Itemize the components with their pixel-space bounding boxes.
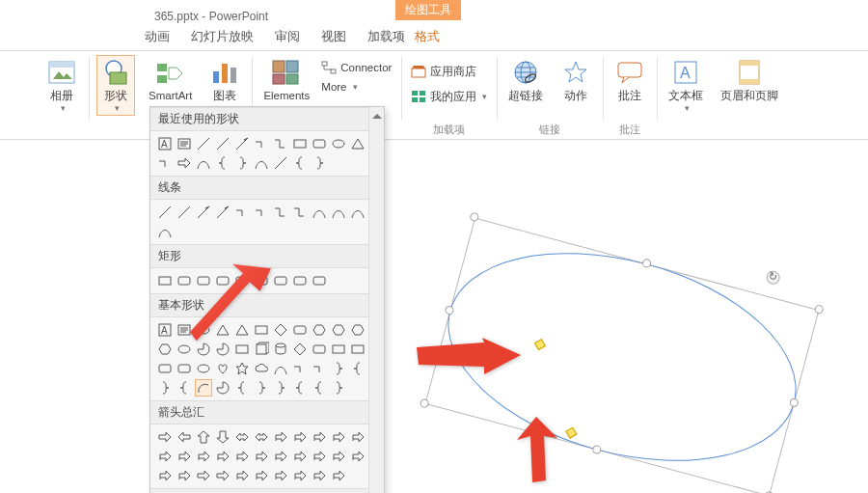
- shape-rbrace[interactable]: [272, 379, 289, 397]
- shape-larrow[interactable]: [176, 428, 193, 446]
- shape-rbrace[interactable]: [311, 154, 328, 172]
- shape-bend[interactable]: [156, 467, 174, 484]
- shape-lbrace[interactable]: [349, 360, 366, 377]
- shape-rrect[interactable]: [176, 360, 193, 377]
- shape-bend[interactable]: [330, 428, 347, 446]
- shape-lbrace[interactable]: [214, 154, 231, 172]
- tab-review[interactable]: 审阅: [275, 28, 300, 45]
- shape-darrow[interactable]: [214, 428, 231, 446]
- shape-rrect[interactable]: [311, 341, 328, 358]
- shape-bend[interactable]: [272, 428, 289, 446]
- hyperlink-button[interactable]: 超链接: [504, 55, 547, 104]
- shape-bend[interactable]: [233, 467, 251, 484]
- shape-txth[interactable]: [176, 135, 193, 152]
- shape-bend[interactable]: [291, 428, 309, 446]
- shape-elbow[interactable]: [291, 360, 309, 377]
- shape-bcurve[interactable]: [311, 204, 328, 221]
- shape-bend[interactable]: [330, 467, 347, 484]
- shape-bcurve[interactable]: [349, 204, 366, 221]
- shape-conn[interactable]: [291, 204, 309, 221]
- shape-rect[interactable]: [330, 341, 347, 358]
- shape-bend[interactable]: [176, 467, 193, 484]
- shape-lbrace[interactable]: [291, 154, 309, 172]
- shape-bend[interactable]: [176, 448, 193, 465]
- shape-rrect[interactable]: [291, 321, 309, 339]
- header-footer-button[interactable]: 页眉和页脚: [717, 55, 782, 104]
- tab-format[interactable]: 格式: [415, 28, 440, 45]
- rotate-handle[interactable]: [765, 269, 781, 286]
- shape-bend[interactable]: [330, 448, 347, 465]
- shape-arrowline[interactable]: [214, 204, 231, 221]
- shape-bend[interactable]: [349, 448, 366, 465]
- shape-rect[interactable]: [156, 272, 174, 289]
- shape-line[interactable]: [195, 135, 212, 152]
- shape-txtv[interactable]: A: [156, 135, 174, 152]
- shape-arrowline[interactable]: [233, 135, 251, 152]
- shape-rarrow[interactable]: [195, 467, 212, 484]
- shape-uarrow[interactable]: [195, 428, 212, 446]
- shape-star[interactable]: [233, 360, 251, 377]
- shape-arc[interactable]: [195, 379, 212, 397]
- shape-bend[interactable]: [156, 448, 174, 465]
- shape-rarrow[interactable]: [156, 428, 174, 446]
- shape-line[interactable]: [176, 204, 193, 221]
- album-button[interactable]: 相册 ▾: [42, 55, 81, 116]
- shape-lrarrow[interactable]: [253, 428, 270, 446]
- shape-pie[interactable]: [214, 379, 231, 397]
- tab-addins[interactable]: 加载项: [367, 28, 405, 45]
- shape-bcurve[interactable]: [330, 204, 347, 221]
- shape-oval[interactable]: [330, 135, 347, 152]
- shape-bend[interactable]: [233, 448, 251, 465]
- shape-bend[interactable]: [349, 428, 366, 446]
- shape-bend[interactable]: [272, 467, 289, 484]
- shape-rbrace[interactable]: [233, 154, 251, 172]
- shape-rarrow[interactable]: [176, 154, 193, 172]
- shape-rrect[interactable]: [291, 272, 309, 289]
- app-store-button[interactable]: 应用商店: [409, 63, 489, 80]
- shape-hex[interactable]: [311, 321, 328, 339]
- shape-rect[interactable]: [291, 135, 309, 152]
- shape-bcurve[interactable]: [195, 154, 212, 172]
- shape-rrect[interactable]: [156, 360, 174, 377]
- shape-lbrace[interactable]: [233, 379, 251, 397]
- shape-bend[interactable]: [311, 448, 328, 465]
- shape-oval[interactable]: [195, 360, 212, 377]
- shape-bend[interactable]: [311, 467, 328, 484]
- shape-bend[interactable]: [195, 448, 212, 465]
- shape-bend[interactable]: [311, 428, 328, 446]
- shape-bend[interactable]: [253, 467, 270, 484]
- action-button[interactable]: 动作: [556, 55, 595, 104]
- shape-elbow[interactable]: [253, 135, 270, 152]
- comment-button[interactable]: 批注: [610, 55, 649, 104]
- shape-txtv[interactable]: A: [156, 321, 174, 339]
- shape-conn[interactable]: [272, 204, 289, 221]
- shape-hex[interactable]: [349, 321, 366, 339]
- shape-rrect[interactable]: [311, 272, 328, 289]
- panel-scrollbar[interactable]: [368, 107, 384, 493]
- shape-bend[interactable]: [253, 448, 270, 465]
- shape-lbrace[interactable]: [291, 379, 309, 397]
- shapes-button[interactable]: 形状 ▾: [96, 55, 135, 116]
- shape-elbow[interactable]: [233, 204, 251, 221]
- shape-cloud[interactable]: [253, 360, 270, 377]
- shape-bend[interactable]: [214, 448, 231, 465]
- shape-rect[interactable]: [349, 341, 366, 358]
- shape-line[interactable]: [272, 154, 289, 172]
- shape-bcurve[interactable]: [272, 360, 289, 377]
- shape-lbrace[interactable]: [311, 379, 328, 397]
- shape-arrowline[interactable]: [195, 204, 212, 221]
- shape-line[interactable]: [156, 204, 174, 221]
- shape-tri[interactable]: [349, 135, 366, 152]
- shape-heart[interactable]: [214, 360, 231, 377]
- more-button[interactable]: More ▾: [319, 80, 393, 94]
- shape-rarrow[interactable]: [214, 467, 231, 484]
- shape-bend[interactable]: [291, 448, 309, 465]
- my-apps-button[interactable]: 我的应用 ▾: [409, 88, 489, 105]
- tab-slideshow[interactable]: 幻灯片放映: [191, 28, 254, 45]
- shape-conn[interactable]: [272, 135, 289, 152]
- connector-button[interactable]: Connector: [319, 59, 393, 76]
- shape-elbow[interactable]: [253, 204, 270, 221]
- shape-rbrace[interactable]: [253, 379, 270, 397]
- slide-canvas[interactable]: [386, 140, 868, 493]
- shape-rrect[interactable]: [311, 135, 328, 152]
